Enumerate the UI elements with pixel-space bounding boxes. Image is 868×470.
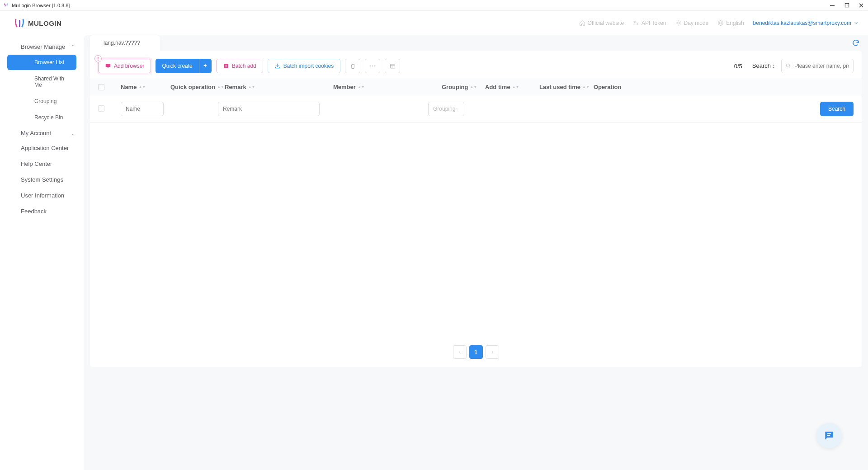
toolbar: ! Add browser Quick create Batch add <box>90 51 862 79</box>
chat-icon <box>823 430 835 442</box>
sort-icon: ▲▼ <box>248 86 255 88</box>
svg-rect-19 <box>107 68 109 68</box>
col-label: Quick operation <box>170 84 215 90</box>
day-mode-toggle[interactable]: Day mode <box>675 20 709 26</box>
main-panel: lang.nav.????? ! Add browser Quick creat… <box>84 35 868 470</box>
page-prev-button[interactable] <box>453 345 467 359</box>
app-logo-small-icon <box>3 2 9 9</box>
tab-strip: lang.nav.????? <box>84 35 868 51</box>
col-name[interactable]: Name▲▼ <box>121 84 170 90</box>
add-browser-label: Add browser <box>114 63 144 69</box>
columns-button[interactable] <box>385 59 400 73</box>
filter-remark-input[interactable] <box>218 102 320 116</box>
batch-import-button[interactable]: Batch import cookies <box>268 59 340 73</box>
chat-fab-button[interactable] <box>816 423 842 448</box>
nav-item-label: Recycle Bin <box>34 114 63 121</box>
svg-line-30 <box>789 67 791 68</box>
add-browser-button[interactable]: Add browser <box>98 59 151 73</box>
col-label: Remark <box>225 84 246 90</box>
globe-icon <box>717 20 724 26</box>
page-number: 1 <box>474 349 477 356</box>
hint-badge-icon: ! <box>94 55 102 62</box>
col-label: Name <box>121 84 137 90</box>
col-member[interactable]: Member▲▼ <box>333 84 442 90</box>
col-quick-operation[interactable]: Quick operation▲▼ <box>170 84 225 90</box>
sparkle-icon <box>202 63 208 69</box>
sort-icon: ▲▼ <box>358 86 365 88</box>
nav-item-system-settings[interactable]: System Settings <box>0 172 84 188</box>
profile-count: 0/5 <box>734 63 742 70</box>
svg-line-11 <box>676 21 677 22</box>
nav-group-browser-manage[interactable]: Browser Manage ⌃ <box>0 40 84 54</box>
refresh-button[interactable] <box>852 39 860 47</box>
tab-browser-list[interactable]: lang.nav.????? <box>90 35 160 51</box>
select-all-checkbox[interactable] <box>98 84 104 90</box>
window-title: MuLogin Browser [1.0.8.8] <box>12 3 70 8</box>
quick-create-label: Quick create <box>156 59 198 73</box>
nav-item-help-center[interactable]: Help Center <box>0 156 84 172</box>
window-controls <box>829 2 864 9</box>
tab-label: lang.nav.????? <box>104 40 140 46</box>
chevron-down-icon: ⌃ <box>71 131 75 136</box>
layout-icon <box>389 63 396 70</box>
nav-item-label: Feedback <box>21 208 47 215</box>
search-input[interactable] <box>781 59 854 73</box>
import-icon <box>274 63 281 69</box>
nav-item-recycle[interactable]: Recycle Bin <box>7 110 76 125</box>
batch-add-button[interactable]: Batch add <box>216 59 263 73</box>
search-icon <box>785 63 792 69</box>
nav-item-shared[interactable]: Shared With Me <box>7 71 76 93</box>
batch-add-label: Batch add <box>232 63 256 69</box>
svg-point-29 <box>786 64 789 67</box>
nav-item-label: Browser List <box>34 59 64 66</box>
user-gear-icon <box>633 20 639 26</box>
col-label: Operation <box>594 84 621 90</box>
page-next-button[interactable] <box>486 345 499 359</box>
table-header: Name▲▼ Quick operation▲▼ Remark▲▼ Member… <box>90 79 862 95</box>
col-grouping[interactable]: Grouping▲▼ <box>442 84 485 90</box>
app-header: MULOGIN Official website API Token Day m… <box>0 11 868 35</box>
official-website-link[interactable]: Official website <box>579 20 624 26</box>
col-remark[interactable]: Remark▲▼ <box>225 84 333 90</box>
col-add-time[interactable]: Add time▲▼ <box>485 84 539 90</box>
api-token-link[interactable]: API Token <box>633 20 666 26</box>
filter-row-checkbox[interactable] <box>98 105 104 112</box>
nav-item-label: System Settings <box>21 176 63 183</box>
batch-import-label: Batch import cookies <box>283 63 334 69</box>
filter-grouping-placeholder: Grouping <box>433 106 455 112</box>
chevron-left-icon <box>458 350 462 354</box>
search-label: Search： <box>752 62 777 70</box>
filter-search-button[interactable]: Search <box>820 102 854 116</box>
svg-rect-1 <box>845 3 849 7</box>
col-last-used[interactable]: Last used time▲▼ <box>539 84 594 90</box>
window-titlebar: MuLogin Browser [1.0.8.8] <box>0 0 868 11</box>
minimize-button[interactable] <box>829 2 835 9</box>
nav-item-browser-list[interactable]: Browser List <box>7 55 76 70</box>
nav-item-grouping[interactable]: Grouping <box>7 94 76 109</box>
nav-item-app-center[interactable]: Application Center <box>0 140 84 156</box>
quick-create-dropdown[interactable] <box>199 59 212 73</box>
user-account-dropdown[interactable]: benediktas.kazlauskas@smartproxy.com <box>753 20 859 26</box>
language-label: English <box>726 20 744 26</box>
svg-rect-18 <box>106 64 111 67</box>
nav-item-user-info[interactable]: User Information <box>0 188 84 203</box>
page-1-button[interactable]: 1 <box>469 345 483 359</box>
nav-group-my-account[interactable]: My Account ⌃ <box>0 126 84 140</box>
filter-grouping-select[interactable]: Grouping <box>428 102 464 116</box>
chevron-right-icon <box>490 350 495 354</box>
pagination: 1 <box>90 345 862 359</box>
brand-logo: MULOGIN <box>14 17 61 29</box>
more-actions-button[interactable] <box>365 59 380 73</box>
sort-icon: ▲▼ <box>582 86 590 88</box>
quick-create-button[interactable]: Quick create <box>156 59 211 73</box>
delete-button[interactable] <box>345 59 360 73</box>
nav-item-feedback[interactable]: Feedback <box>0 203 84 219</box>
svg-point-25 <box>374 66 375 66</box>
maximize-button[interactable] <box>844 2 850 9</box>
filter-name-input[interactable] <box>121 102 164 116</box>
add-browser-wrap: ! Add browser <box>98 59 151 73</box>
close-button[interactable] <box>858 2 864 9</box>
search-input-wrap <box>781 59 854 73</box>
language-selector[interactable]: English <box>717 20 744 26</box>
filter-checkbox-cell <box>98 105 121 113</box>
